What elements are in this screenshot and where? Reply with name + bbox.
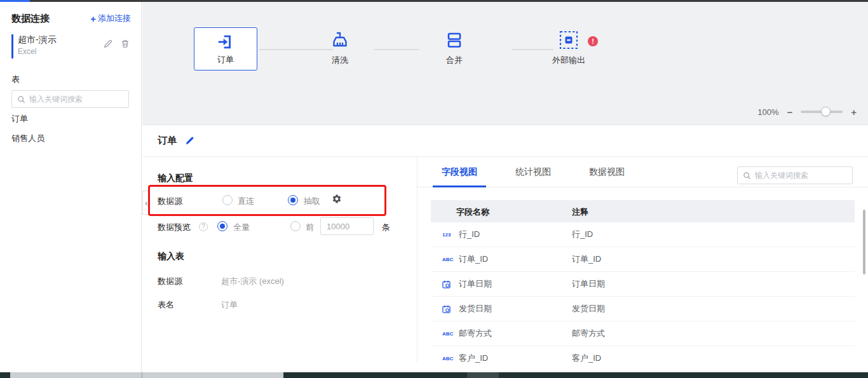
table-datasource-value: 超市-演示 (excel): [221, 276, 284, 287]
zoom-out-button[interactable]: −: [787, 107, 792, 117]
column-header-name: 字段名称: [456, 206, 489, 218]
limit-unit-label: 条: [382, 222, 390, 233]
table-row[interactable]: ABC 客户_ID 客户_ID: [431, 346, 855, 363]
horizontal-scrollbar-segment: [467, 372, 499, 378]
table-name-label: 表名: [158, 299, 174, 311]
delete-icon[interactable]: [121, 39, 130, 48]
tab-data-view[interactable]: 数据视图: [580, 157, 634, 187]
tabs-row: 字段视图 统计视图 数据视图: [417, 157, 868, 187]
vertical-scrollbar[interactable]: [863, 210, 865, 274]
field-name: 订单日期: [459, 278, 572, 290]
zoom-in-button[interactable]: +: [851, 107, 857, 117]
edit-icon[interactable]: [104, 39, 112, 48]
table-row[interactable]: 订单日期 订单日期: [431, 272, 855, 297]
editor-title: 订单: [158, 135, 177, 147]
error-badge-icon[interactable]: !: [588, 36, 598, 46]
flow-connector: [374, 49, 419, 50]
string-type-icon: ABC: [442, 257, 453, 262]
active-indicator: [11, 34, 13, 58]
sidebar-title: 数据连接: [11, 13, 50, 25]
gear-icon[interactable]: [332, 194, 342, 204]
horizontal-scrollbar[interactable]: [0, 372, 868, 378]
field-comment: 邮寄方式: [572, 328, 605, 339]
tables-section-label: 表: [11, 74, 20, 85]
field-comment: 发货日期: [572, 303, 605, 314]
fields-table-body: 123 行_ID 行_ID ABC 订单_ID 订单_ID 订单日期 订单日期 …: [431, 222, 855, 363]
radio-first-n[interactable]: [290, 221, 301, 231]
collapse-panel-button[interactable]: ‹: [142, 191, 150, 215]
app-window: 数据连接 + 添加连接 超市-演示 Excel 表 订单 销售人员: [0, 0, 868, 378]
column-header-comment: 注释: [572, 206, 588, 218]
field-name: 发货日期: [459, 303, 572, 314]
merge-icon: [444, 30, 465, 50]
sidebar-search-input[interactable]: [29, 95, 123, 104]
table-row[interactable]: ABC 邮寄方式 邮寄方式: [431, 321, 855, 346]
connection-name: 超市-演示: [18, 34, 57, 46]
field-comment: 客户_ID: [572, 353, 601, 363]
field-name: 客户_ID: [459, 353, 572, 363]
flow-node-label: 订单: [217, 54, 234, 65]
row-limit-input[interactable]: [320, 217, 374, 235]
flow-node-output[interactable]: 外部输出: [543, 30, 594, 66]
tab-field-view[interactable]: 字段视图: [433, 157, 486, 187]
sidebar-divider-line: [142, 372, 142, 378]
sidebar-search-box[interactable]: [11, 90, 129, 108]
radio-full-amount[interactable]: [217, 221, 227, 231]
flow-node-label: 外部输出: [552, 55, 585, 66]
field-comment: 订单日期: [572, 278, 605, 290]
table-row[interactable]: 123 行_ID 行_ID: [431, 222, 855, 247]
zoom-level: 100%: [757, 107, 778, 117]
zoom-slider[interactable]: [801, 111, 843, 113]
highlight-rectangle: [148, 185, 386, 216]
flow-node-clean[interactable]: 清洗: [315, 30, 365, 66]
table-row[interactable]: ABC 订单_ID 订单_ID: [431, 247, 855, 272]
zoom-control: 100% − +: [757, 105, 857, 118]
preview-label: 数据预览: [158, 222, 191, 233]
radio-extract[interactable]: [288, 195, 298, 205]
fields-search-input[interactable]: [755, 171, 847, 180]
radio-first-label[interactable]: 前: [306, 222, 314, 233]
table-header: 字段名称 注释: [431, 200, 855, 222]
add-connection-label: 添加连接: [98, 13, 131, 24]
field-comment: 订单_ID: [572, 253, 601, 265]
tab-stats-view[interactable]: 统计视图: [506, 157, 560, 187]
sidebar-table-item-orders[interactable]: 订单: [11, 111, 129, 126]
radio-extract-label[interactable]: 抽取: [304, 196, 320, 207]
string-type-icon: ABC: [442, 356, 453, 361]
connection-item[interactable]: 超市-演示 Excel: [11, 34, 131, 59]
datasource-label: 数据源: [158, 196, 182, 207]
fields-panel: 字段视图 统计视图 数据视图 字段名称 注释 123 行_ID 行_ID ABC…: [417, 157, 868, 372]
string-type-icon: ABC: [442, 331, 453, 337]
flow-node-label: 清洗: [332, 55, 348, 66]
horizontal-scrollbar-thumb[interactable]: [10, 372, 283, 378]
input-config-title: 输入配置: [158, 173, 193, 184]
radio-direct-connect[interactable]: [222, 195, 233, 205]
date-type-icon: [442, 280, 451, 288]
sidebar: 数据连接 + 添加连接 超市-演示 Excel 表 订单 销售人员: [0, 2, 142, 372]
field-name: 邮寄方式: [459, 328, 572, 339]
rename-icon[interactable]: [185, 136, 194, 145]
table-name-value: 订单: [221, 299, 238, 311]
table-row[interactable]: 发货日期 发货日期: [431, 297, 855, 321]
field-name: 订单_ID: [459, 253, 572, 265]
radio-direct-label[interactable]: 直连: [238, 196, 254, 207]
help-icon[interactable]: ?: [199, 222, 208, 231]
sidebar-table-item-sales[interactable]: 销售人员: [11, 131, 129, 146]
add-connection-button[interactable]: + 添加连接: [90, 13, 131, 24]
chevron-left-icon: ‹: [145, 198, 147, 208]
zoom-slider-knob[interactable]: [821, 107, 831, 116]
external-output-icon: [559, 30, 579, 50]
broom-icon: [330, 30, 350, 50]
date-type-icon: [442, 305, 451, 313]
fields-search-box[interactable]: [737, 166, 853, 184]
radio-full-label[interactable]: 全量: [233, 222, 250, 233]
input-table-title: 输入表: [158, 251, 184, 262]
view-tabs: 字段视图 统计视图 数据视图: [433, 157, 634, 187]
search-icon: [743, 172, 751, 180]
import-icon: [216, 32, 235, 51]
plus-icon: +: [90, 14, 96, 24]
input-config-panel: ‹ 输入配置 数据源 直连 抽取 数据预览 ? 全量 前 条 输入表 数据源 超…: [142, 157, 417, 372]
flow-canvas[interactable]: 订单 清洗 合并 外部输出 ! 100% − +: [142, 2, 868, 125]
flow-node-input-selected[interactable]: 订单: [194, 27, 257, 71]
flow-node-merge[interactable]: 合并: [429, 30, 480, 66]
